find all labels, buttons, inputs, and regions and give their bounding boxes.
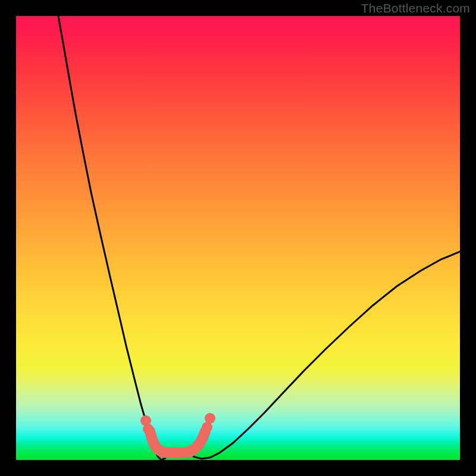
marker-right-bead-upper [205,413,215,424]
curve-right-branch [184,252,460,459]
curve-bottom-arc [150,431,205,453]
chart-overlay [16,16,460,460]
marker-group [140,413,215,434]
marker-left-bead-lower [143,424,154,434]
curve-left-branch [58,16,173,460]
chart-frame [16,16,460,460]
curve-group [58,16,460,460]
watermark-text: TheBottleneck.com [361,1,470,15]
